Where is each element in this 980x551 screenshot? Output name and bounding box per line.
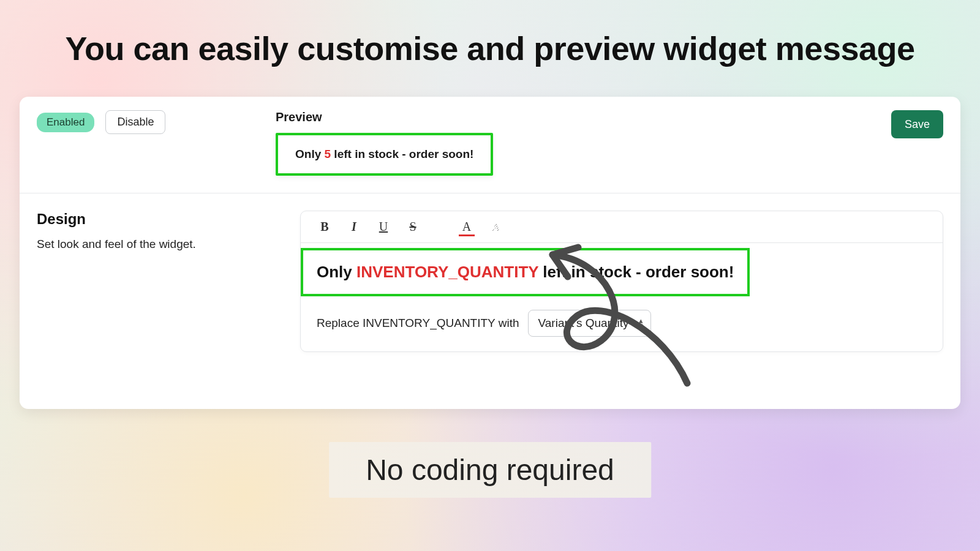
replace-select[interactable]: Variant's Quantity ▴▾ — [528, 310, 652, 337]
editor-text-after: left in stock - order soon! — [538, 263, 734, 281]
status-badge: Enabled — [37, 113, 94, 132]
page-headline: You can easily customise and preview wid… — [0, 29, 980, 67]
text-style-icon[interactable]: A — [488, 221, 504, 233]
bold-icon[interactable]: B — [317, 220, 333, 234]
strikethrough-icon[interactable]: S — [405, 220, 421, 234]
font-color-icon[interactable]: A — [459, 220, 475, 234]
underline-icon[interactable]: U — [375, 220, 391, 234]
chevron-sort-icon: ▴▾ — [639, 318, 643, 328]
preview-message: Only 5 left in stock - order soon! — [276, 133, 493, 176]
settings-card: Enabled Disable Preview Only 5 left in s… — [20, 97, 960, 409]
design-section-title: Design — [37, 211, 282, 228]
preview-text-after: left in stock - order soon! — [331, 148, 473, 160]
editor-toolbar: B I U S A A — [301, 211, 943, 243]
design-section-description: Set look and feel of the widget. — [37, 238, 282, 251]
editor-token: INVENTORY_QUANTITY — [356, 263, 538, 281]
section-divider — [20, 193, 960, 193]
save-button[interactable]: Save — [891, 110, 943, 138]
replace-selected-value: Variant's Quantity — [538, 317, 629, 329]
svg-text:A: A — [492, 222, 500, 233]
footer-caption: No coding required — [329, 442, 651, 498]
design-editor-panel: B I U S A A Only INVENTORY_QUANTITY left… — [300, 211, 943, 352]
disable-button[interactable]: Disable — [105, 110, 165, 134]
italic-icon[interactable]: I — [346, 220, 362, 234]
preview-text-before: Only — [295, 148, 325, 160]
preview-quantity: 5 — [325, 148, 331, 160]
editor-text-before: Only — [317, 263, 356, 281]
editor-content[interactable]: Only INVENTORY_QUANTITY left in stock - … — [301, 248, 750, 296]
replace-label: Replace INVENTORY_QUANTITY with — [317, 317, 519, 330]
preview-label: Preview — [276, 110, 891, 124]
